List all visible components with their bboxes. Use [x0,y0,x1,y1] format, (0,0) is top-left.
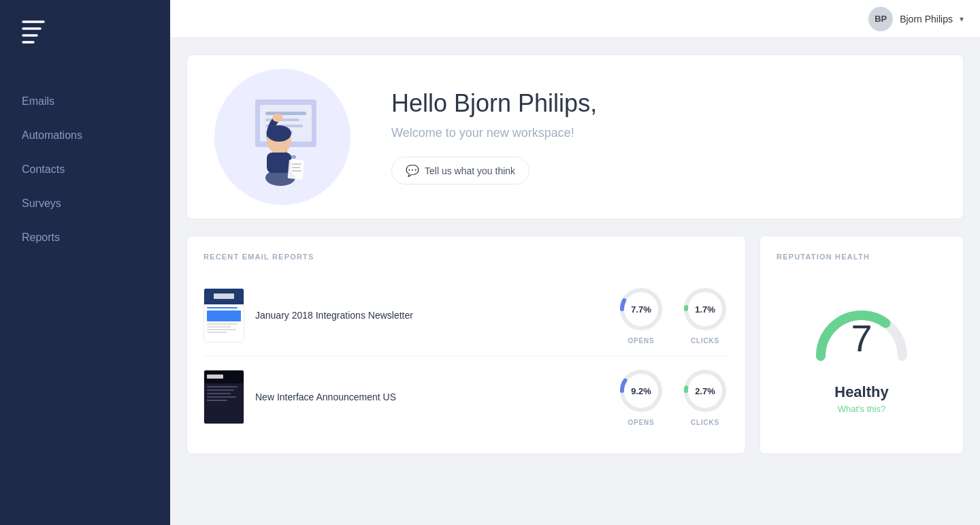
reports-section-title: RECENT EMAIL REPORTS [203,253,729,261]
brand-logo [16,14,50,48]
opens-metric-2: 9.2% OPENS [617,367,665,426]
reputation-score: 7 [851,316,872,360]
sidebar-item-automations[interactable]: Automations [0,118,170,153]
reputation-status: Healthy [834,383,888,401]
email-metrics-2: 9.2% OPENS 2.7% [617,367,729,426]
opens-value-1: 7.7% [631,304,651,315]
illustration-circle [214,69,350,205]
reputation-section-title: REPUTATION HEALTH [777,253,947,261]
welcome-card: Hello Bjorn Philips, Welcome to your new… [186,54,964,219]
logo-container [0,0,170,71]
reports-card: RECENT EMAIL REPORTS [186,236,746,454]
user-menu[interactable]: BP Bjorn Philips ▾ [868,7,964,31]
email-metrics-1: 7.7% OPENS 1.7% [617,285,729,345]
svg-rect-20 [292,170,301,172]
svg-rect-19 [292,167,300,168]
person-illustration [225,79,340,195]
clicks-label-1: CLICKS [691,337,719,345]
svg-rect-18 [292,163,301,165]
email-thumbnail-2 [203,370,244,424]
clicks-metric-1: 1.7% CLICKS [681,285,729,345]
sidebar-item-emails[interactable]: Emails [0,84,170,118]
clicks-label-2: CLICKS [691,419,719,426]
chat-icon: 💬 [406,164,419,177]
svg-rect-17 [288,159,304,180]
clicks-value-1: 1.7% [695,304,715,315]
content-area: Hello Bjorn Philips, Welcome to your new… [170,38,980,525]
topbar: BP Bjorn Philips ▾ [170,0,980,38]
clicks-metric-2: 2.7% CLICKS [681,367,729,426]
svg-point-13 [272,114,283,122]
welcome-subtitle: Welcome to your new workspace! [391,126,936,140]
sidebar: Emails Automations Contacts Surveys Repo… [0,0,170,525]
feedback-button-label: Tell us what you think [425,165,515,176]
avatar: BP [868,7,893,31]
sidebar-navigation: Emails Automations Contacts Surveys Repo… [0,71,170,268]
opens-value-2: 9.2% [631,386,651,396]
bottom-section: RECENT EMAIL REPORTS [186,236,964,454]
welcome-illustration [187,55,378,219]
reputation-card: REPUTATION HEALTH 7 Healthy What's this? [760,236,964,454]
table-row[interactable]: January 2018 Integrations Newsletter 7.7… [203,274,729,356]
email-thumbnail-1 [203,288,244,343]
clicks-donut-1: 1.7% [681,285,729,333]
feedback-button[interactable]: 💬 Tell us what you think [391,157,529,185]
welcome-text: Hello Bjorn Philips, Welcome to your new… [378,62,963,212]
opens-label-2: OPENS [627,419,654,426]
user-name-label: Bjorn Philips [900,14,953,25]
clicks-donut-2: 2.7% [681,367,729,415]
svg-rect-16 [267,153,291,173]
reputation-gauge: 7 Healthy What's this? [777,274,947,428]
email-name-1: January 2018 Integrations Newsletter [255,310,617,321]
clicks-value-2: 2.7% [695,386,715,396]
main-content: BP Bjorn Philips ▾ [170,0,980,525]
svg-point-15 [267,125,291,142]
sidebar-item-contacts[interactable]: Contacts [0,153,170,187]
opens-label-1: OPENS [627,337,654,345]
email-name-2: New Interface Announcement US [255,392,617,402]
whats-this-link[interactable]: What's this? [838,404,885,414]
welcome-title: Hello Bjorn Philips, [391,89,936,118]
opens-donut-2: 9.2% [617,367,665,415]
svg-rect-6 [265,112,306,115]
sidebar-item-reports[interactable]: Reports [0,221,170,255]
opens-metric-1: 7.7% OPENS [617,285,665,345]
gauge-container: 7 [807,288,916,370]
opens-donut-1: 7.7% [617,285,665,333]
sidebar-item-surveys[interactable]: Surveys [0,187,170,221]
table-row[interactable]: New Interface Announcement US 9.2% OPENS [203,356,729,437]
chevron-down-icon: ▾ [960,14,964,24]
